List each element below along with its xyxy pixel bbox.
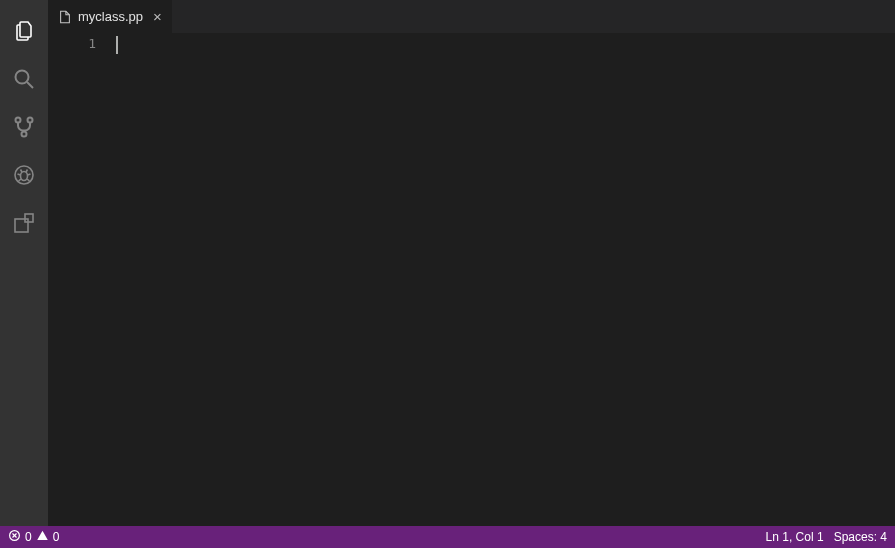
search-icon xyxy=(12,67,36,94)
svg-line-10 xyxy=(27,179,30,181)
text-cursor xyxy=(116,36,895,54)
git-branch-icon xyxy=(12,115,36,142)
warning-icon xyxy=(36,529,49,545)
svg-line-11 xyxy=(21,169,23,172)
file-icon xyxy=(58,10,72,24)
error-count: 0 xyxy=(25,530,32,544)
explorer-activity[interactable] xyxy=(0,8,48,56)
extensions-icon xyxy=(12,211,36,238)
line-number-gutter: 1 xyxy=(48,33,116,526)
svg-point-4 xyxy=(22,131,27,136)
svg-line-9 xyxy=(19,179,22,181)
tab-bar: myclass.pp × xyxy=(48,0,895,33)
svg-point-2 xyxy=(16,117,21,122)
error-icon xyxy=(8,529,21,545)
search-activity[interactable] xyxy=(0,56,48,104)
svg-point-0 xyxy=(16,70,29,83)
debug-activity[interactable] xyxy=(0,152,48,200)
indentation-status[interactable]: Spaces: 4 xyxy=(834,530,887,544)
editor-region: myclass.pp × 1 xyxy=(48,0,895,526)
svg-line-1 xyxy=(27,82,33,88)
svg-line-12 xyxy=(26,169,28,172)
debug-icon xyxy=(12,163,36,190)
tab-filename: myclass.pp xyxy=(78,9,143,24)
problems-status[interactable]: 0 0 xyxy=(8,529,59,545)
cursor-position-status[interactable]: Ln 1, Col 1 xyxy=(766,530,824,544)
svg-rect-14 xyxy=(25,214,33,222)
svg-rect-13 xyxy=(15,219,28,232)
source-control-activity[interactable] xyxy=(0,104,48,152)
files-icon xyxy=(12,19,36,46)
warning-count: 0 xyxy=(53,530,60,544)
status-bar: 0 0 Ln 1, Col 1 Spaces: 4 xyxy=(0,526,895,548)
open-file-tab[interactable]: myclass.pp × xyxy=(48,0,172,33)
line-number: 1 xyxy=(48,36,96,51)
extensions-activity[interactable] xyxy=(0,200,48,248)
svg-point-3 xyxy=(28,117,33,122)
close-tab-button[interactable]: × xyxy=(153,9,162,24)
svg-point-6 xyxy=(21,171,28,180)
svg-point-5 xyxy=(15,166,33,184)
svg-line-7 xyxy=(18,174,21,175)
code-text-area[interactable] xyxy=(116,33,895,526)
svg-line-8 xyxy=(28,174,31,175)
activity-bar xyxy=(0,0,48,526)
editor-body[interactable]: 1 xyxy=(48,33,895,526)
